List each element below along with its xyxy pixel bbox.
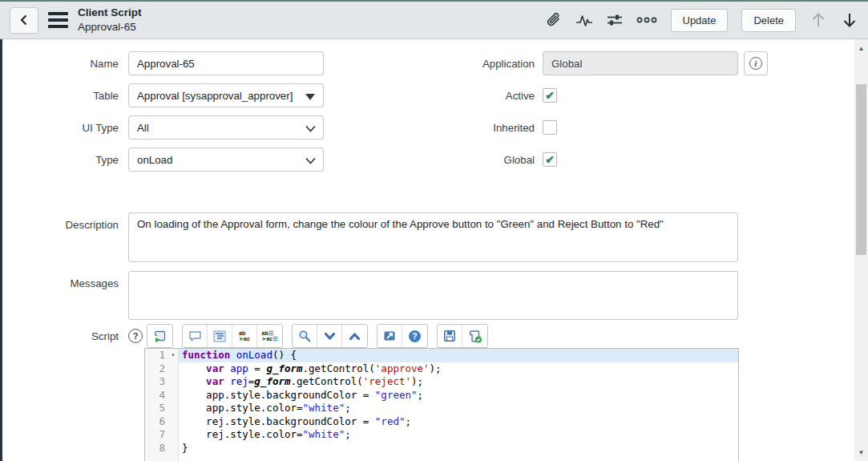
code-line[interactable]: 1▾function onLoad() {	[145, 349, 738, 362]
inherited-label: Inherited	[425, 122, 543, 134]
code-text: app.style.backgroundColor = "green";	[179, 389, 738, 402]
table-value: Approval [sysapproval_approver]	[137, 90, 293, 102]
active-label: Active	[425, 90, 543, 102]
save-icon[interactable]	[438, 325, 462, 347]
chevron-left-icon	[18, 14, 30, 26]
scroll-up-icon[interactable]	[809, 10, 827, 30]
line-number: 3	[145, 375, 168, 389]
global-label: Global	[425, 154, 543, 166]
line-number: 1	[145, 349, 168, 362]
chevron-down-icon	[305, 123, 316, 135]
fold-arrow-icon[interactable]: ▾	[168, 349, 179, 362]
script-help-icon[interactable]: ?	[128, 329, 143, 343]
scroll-down-icon[interactable]	[841, 10, 858, 30]
code-text: function onLoad() {	[179, 349, 738, 362]
code-text: rej.style.backgroundColor = "red";	[179, 415, 738, 429]
description-textarea[interactable]: On loading of the Approval form, change …	[128, 212, 738, 262]
more-options-icon[interactable]	[636, 16, 657, 24]
code-text: var app = g_form.getControl('approve');	[179, 362, 738, 376]
fold-gutter	[168, 428, 179, 442]
inherited-checkbox[interactable]	[543, 120, 557, 135]
line-number: 5	[145, 402, 168, 415]
find-previous-icon[interactable]	[342, 325, 367, 347]
fold-gutter	[168, 362, 179, 376]
scrollbar-down-icon[interactable]: ▼	[854, 447, 868, 458]
code-line[interactable]: 7 rej.style.color="white";	[145, 428, 738, 442]
replace-icon[interactable]: ab➤ac	[232, 325, 257, 347]
application-input	[543, 51, 738, 75]
fold-gutter	[168, 402, 179, 415]
attachment-paperclip-icon[interactable]	[546, 12, 562, 28]
find-next-icon[interactable]	[317, 325, 342, 347]
name-label: Name	[2, 58, 128, 70]
scrollbar-thumb[interactable]	[856, 84, 866, 255]
code-text: app.style.color="white";	[179, 402, 738, 415]
type-label: Type	[2, 154, 128, 166]
code-text: rej.style.color="white";	[179, 428, 738, 442]
ui-type-select[interactable]: All	[128, 115, 324, 140]
ui-type-label: UI Type	[2, 122, 128, 134]
fold-gutter	[168, 389, 179, 402]
code-line[interactable]: 8}	[145, 442, 738, 455]
open-in-new-window-icon[interactable]	[377, 325, 402, 347]
personalize-form-icon[interactable]	[607, 13, 623, 27]
code-line[interactable]: 4 app.style.backgroundColor = "green";	[145, 389, 738, 402]
type-value: onLoad	[137, 154, 172, 166]
line-number: 2	[145, 362, 168, 376]
messages-label: Messages	[2, 271, 128, 320]
activity-stream-icon[interactable]	[575, 13, 593, 27]
code-line[interactable]: 6 rej.style.backgroundColor = "red";	[145, 415, 738, 429]
code-text: }	[179, 442, 738, 455]
line-number: 8	[145, 442, 168, 455]
code-line[interactable]: 3 var rej=g_form.getControl('reject');	[145, 375, 738, 389]
fold-gutter	[168, 415, 179, 429]
record-name: Approval-65	[78, 20, 142, 34]
table-select[interactable]: Approval [sysapproval_approver]	[128, 83, 324, 107]
toggle-comment-icon[interactable]	[183, 325, 208, 347]
code-lines: 1▾function onLoad() {2 var app = g_form.…	[145, 349, 738, 455]
line-number: 4	[145, 389, 168, 402]
info-icon: i	[749, 57, 762, 70]
fold-gutter	[168, 375, 179, 389]
script-label: Script	[2, 330, 128, 342]
scrollbar-up-icon[interactable]: ▲	[854, 42, 868, 54]
page-scrollbar[interactable]: ▲ ▼	[854, 39, 868, 461]
type-select[interactable]: onLoad	[128, 148, 324, 172]
line-number: 6	[145, 415, 168, 429]
chevron-down-icon	[305, 156, 316, 168]
replace-all-icon[interactable]: ab☰➤ac☰	[257, 325, 282, 347]
form-body: Name Table Approval [sysapproval_approve…	[2, 39, 854, 461]
form-header: Client Script Approval-65 Update Dele	[0, 0, 868, 39]
code-text: var rej=g_form.getControl('reject');	[179, 375, 738, 389]
syntax-editor-toggle-icon[interactable]	[147, 325, 172, 347]
messages-textarea[interactable]	[128, 271, 738, 320]
context-menu-icon[interactable]	[48, 12, 68, 28]
editor-help-icon[interactable]: ?	[402, 325, 427, 347]
delete-button[interactable]: Delete	[741, 9, 796, 32]
page-title: Client Script	[78, 6, 142, 20]
global-checkbox[interactable]	[543, 152, 557, 167]
search-icon[interactable]	[293, 325, 317, 347]
application-label: Application	[425, 58, 543, 70]
code-line[interactable]: 5 app.style.color="white";	[145, 402, 738, 415]
table-label: Table	[2, 90, 128, 102]
code-line[interactable]: 2 var app = g_form.getControl('approve')…	[145, 362, 738, 376]
dropdown-triangle-icon	[305, 94, 315, 100]
name-input[interactable]	[128, 51, 324, 75]
record-title: Client Script Approval-65	[78, 6, 142, 34]
script-code-editor[interactable]: 1▾function onLoad() {2 var app = g_form.…	[144, 348, 739, 461]
format-code-icon[interactable]	[208, 325, 232, 347]
active-checkbox[interactable]	[543, 88, 557, 103]
ui-type-value: All	[137, 122, 149, 134]
check-syntax-icon[interactable]	[462, 325, 487, 347]
svg-text:?: ?	[412, 331, 417, 341]
back-button[interactable]	[10, 7, 38, 34]
description-label: Description	[2, 212, 128, 262]
fold-gutter	[168, 442, 179, 455]
update-button[interactable]: Update	[671, 9, 729, 32]
application-info-button[interactable]: i	[744, 51, 768, 75]
line-number: 7	[145, 428, 168, 442]
